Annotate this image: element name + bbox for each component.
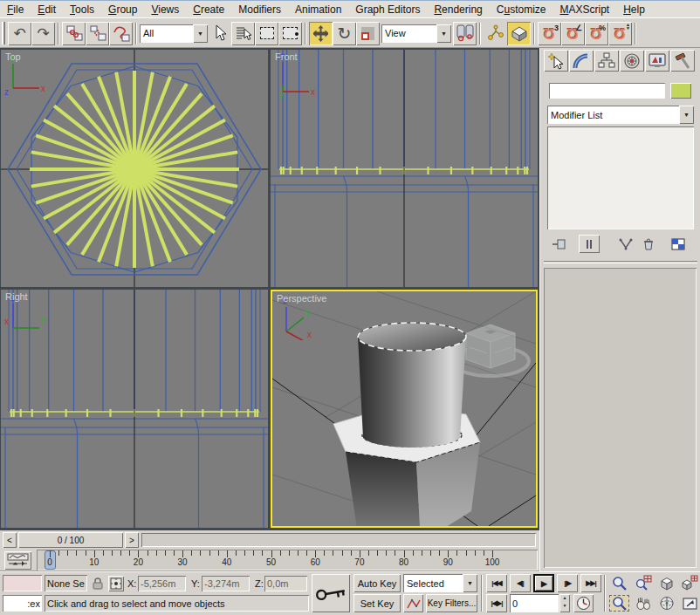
viewport-label-perspective[interactable]: Perspective	[277, 293, 326, 304]
menu-item-maxscript[interactable]: MAXScript	[553, 2, 617, 17]
redo-button[interactable]: ↷	[31, 22, 55, 45]
menu-item-edit[interactable]: Edit	[31, 2, 63, 17]
snaps-toggle-button[interactable]: Ω3	[538, 22, 561, 45]
angle-snap-toggle[interactable]: Ω∠	[561, 22, 585, 45]
modifier-list-dropdown[interactable]: Modifier List ▼	[547, 106, 694, 124]
select-and-rotate-button[interactable]: ↻	[333, 22, 356, 45]
window-crossing-toggle[interactable]	[278, 22, 302, 45]
menu-item-rendering[interactable]: Rendering	[427, 2, 489, 17]
use-pivot-point-center-button[interactable]	[453, 22, 477, 45]
configure-modifier-sets-button[interactable]	[668, 235, 689, 253]
absolute-mode-transform-toggle[interactable]	[108, 576, 124, 591]
time-slider-next-button[interactable]: >	[125, 532, 139, 548]
tab-motion[interactable]	[620, 50, 644, 72]
tab-create[interactable]	[544, 50, 568, 72]
spinner-snap-toggle[interactable]: Ω ▲▼	[608, 22, 632, 45]
viewport-label-front[interactable]: Front	[275, 51, 298, 62]
arc-rotate-button[interactable]	[655, 594, 677, 612]
menu-item-help[interactable]: Help	[616, 2, 652, 17]
previous-frame-button[interactable]: ◀||	[510, 574, 531, 592]
zoom-all-button[interactable]	[632, 574, 654, 592]
show-end-result-toggle[interactable]	[579, 235, 600, 253]
play-button[interactable]: ▶	[533, 574, 554, 592]
chevron-down-icon[interactable]: ▼	[463, 574, 477, 592]
toolbar-grip[interactable]	[2, 22, 5, 44]
go-to-end-button[interactable]: ▶▶|	[580, 574, 601, 592]
go-to-start-button[interactable]: |◀◀	[486, 574, 507, 592]
zoom-button[interactable]	[608, 574, 630, 592]
menu-item-group[interactable]: Group	[101, 2, 144, 17]
rectangular-selection-region-button[interactable]	[255, 22, 278, 45]
undo-button[interactable]: ↶	[8, 22, 31, 45]
viewport-label-right[interactable]: Right	[5, 291, 28, 302]
macro-recorder-field[interactable]	[3, 575, 42, 591]
select-and-scale-button[interactable]	[356, 22, 380, 45]
select-by-name-button[interactable]	[231, 22, 255, 45]
tab-utilities[interactable]	[670, 50, 695, 72]
auto-key-button[interactable]: Auto Key	[353, 574, 401, 592]
menu-item-modifiers[interactable]: Modifiers	[231, 2, 288, 17]
menu-item-views[interactable]: Views	[144, 2, 186, 17]
current-frame-field[interactable]: 0	[510, 594, 559, 612]
remove-modifier-button[interactable]	[638, 235, 659, 253]
viewport-perspective[interactable]: Perspective z y x	[271, 290, 538, 528]
tab-modify[interactable]	[569, 50, 594, 72]
percent-snap-toggle[interactable]: Ω%	[585, 22, 608, 45]
pin-stack-button[interactable]	[549, 235, 570, 253]
menu-item-file[interactable]: File	[0, 2, 31, 17]
cylinder-mesh[interactable]	[358, 323, 466, 448]
frame-spinner[interactable]: ▲▼	[559, 594, 570, 612]
object-name-field[interactable]	[549, 83, 665, 99]
object-color-swatch[interactable]	[670, 83, 691, 99]
next-frame-button[interactable]: ||▶	[557, 574, 578, 592]
maxscript-listener-field[interactable]: :ex	[3, 595, 42, 612]
viewport-front[interactable]: Front z y x	[271, 50, 538, 287]
y-coordinate-field[interactable]: -3,274m	[202, 576, 250, 591]
time-configuration-button[interactable]	[573, 594, 594, 612]
select-object-button[interactable]	[208, 22, 231, 45]
maximize-viewport-toggle[interactable]	[679, 594, 700, 612]
chevron-down-icon[interactable]: ▼	[436, 24, 451, 43]
set-keys-button[interactable]	[312, 574, 350, 612]
select-and-link-button[interactable]	[62, 22, 86, 45]
bind-to-space-warp-button[interactable]	[109, 22, 133, 45]
time-slider-prev-button[interactable]: <	[3, 532, 17, 548]
reference-coordinate-system-combo[interactable]: View ▼	[381, 24, 451, 43]
default-tangent-button[interactable]	[403, 594, 423, 612]
chevron-down-icon[interactable]: ▼	[193, 24, 208, 43]
key-mode-toggle[interactable]: |◀▶|	[486, 594, 507, 612]
z-coordinate-field[interactable]: 0,0m	[264, 576, 307, 591]
unlink-selection-button[interactable]	[86, 22, 109, 45]
ruler-tick	[227, 550, 228, 557]
keyboard-shortcut-override-toggle[interactable]	[507, 22, 531, 45]
menu-item-tools[interactable]: Tools	[63, 2, 101, 17]
menu-item-customize[interactable]: Customize	[490, 2, 553, 17]
zoom-extents-all-button[interactable]	[679, 574, 700, 592]
open-mini-curve-editor-button[interactable]	[4, 551, 31, 570]
zoom-extents-button[interactable]	[655, 574, 677, 592]
zoom-region-button[interactable]	[608, 594, 630, 612]
chevron-down-icon[interactable]: ▼	[679, 106, 694, 124]
viewport-right[interactable]: Right z x y	[1, 290, 268, 528]
pan-view-button[interactable]	[632, 594, 654, 612]
x-coordinate-field[interactable]: -5,256m	[138, 576, 186, 591]
menu-item-create[interactable]: Create	[186, 2, 231, 17]
viewport-label-top[interactable]: Top	[5, 51, 21, 62]
key-filters-button[interactable]: Key Filters...	[426, 594, 477, 612]
make-unique-button[interactable]	[615, 235, 636, 253]
select-and-manipulate-button[interactable]	[484, 22, 507, 45]
selection-set-combo[interactable]: Selected ▼	[403, 574, 477, 592]
time-slider-handle[interactable]: 0 / 100	[18, 532, 123, 548]
set-key-button[interactable]: Set Key	[353, 594, 401, 612]
time-slider-track[interactable]	[141, 533, 536, 547]
menu-item-animation[interactable]: Animation	[288, 2, 348, 17]
selection-lock-toggle[interactable]	[90, 576, 106, 591]
tab-display[interactable]	[645, 50, 669, 72]
selection-filter-combo[interactable]: All ▼	[140, 24, 208, 43]
track-bar-ruler[interactable]: 0102030405060708090100	[37, 550, 538, 571]
select-and-move-button[interactable]	[309, 22, 333, 45]
viewport-top[interactable]: Top y z x	[1, 50, 268, 287]
modifier-stack-list[interactable]	[547, 126, 694, 229]
menu-item-graph-editors[interactable]: Graph Editors	[348, 2, 427, 17]
tab-hierarchy[interactable]	[594, 50, 619, 72]
